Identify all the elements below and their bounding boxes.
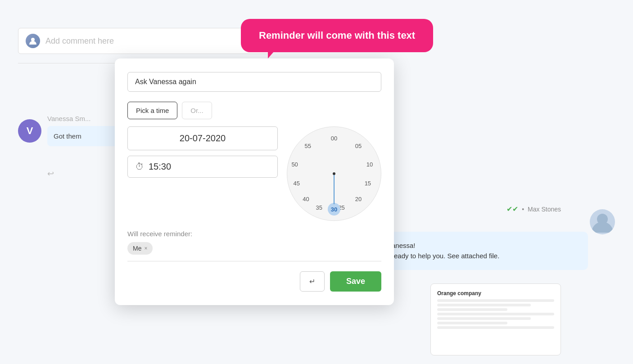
comment-bar[interactable]: Add comment here (18, 28, 270, 54)
clock-num-10: 10 (366, 161, 373, 168)
date-time-inputs: 20-07-2020 ⏱ 15:30 (127, 126, 278, 178)
doc-line-7 (437, 326, 554, 329)
svg-point-0 (31, 38, 35, 41)
vanessa-name: Vanessa Sm... (47, 115, 90, 122)
clock-num-20: 20 (355, 196, 362, 202)
recipient-tag-label: Me (133, 245, 141, 252)
reminder-dialog: Pick a time Or... 20-07-2020 ⏱ 15:30 00 … (115, 58, 394, 305)
doc-line-5 (437, 317, 531, 320)
clock-num-15: 15 (365, 180, 371, 186)
date-input[interactable]: 20-07-2020 (127, 126, 278, 150)
or-button[interactable]: Or... (182, 102, 212, 119)
recipient-row: Me × (127, 242, 381, 261)
doc-line-2 (437, 304, 531, 306)
time-input[interactable]: ⏱ 15:30 (127, 156, 278, 178)
right-user-avatar (590, 209, 615, 234)
clock-icon: ⏱ (135, 162, 144, 172)
clock-num-00: 00 (331, 135, 337, 141)
doc-line-3 (437, 308, 507, 311)
clock-num-35: 35 (316, 204, 322, 211)
back-button[interactable]: ↵ (300, 271, 325, 292)
clock-num-55: 55 (305, 142, 311, 149)
bullet: • (522, 206, 524, 213)
reply-icon: ↩ (47, 169, 54, 179)
vanessa-bubble: Got them (47, 126, 117, 146)
clock-num-45: 45 (294, 180, 300, 186)
clock-center-dot (333, 172, 335, 175)
clock-num-40: 40 (303, 196, 309, 202)
doc-title: Orange company (437, 290, 554, 297)
clock-hand-minute (334, 174, 335, 204)
save-button[interactable]: Save (330, 271, 381, 292)
clock-num-50: 50 (291, 161, 298, 168)
right-message-text: anessa!ready to help you. See attached f… (392, 242, 499, 260)
clock-num-30: 30 (328, 203, 340, 216)
date-time-clock-row: 20-07-2020 ⏱ 15:30 00 05 10 15 20 25 (127, 126, 381, 221)
pick-time-button[interactable]: Pick a time (127, 102, 177, 119)
vanessa-avatar: V (18, 119, 41, 143)
clock-widget[interactable]: 00 05 10 15 20 25 30 35 40 45 (287, 126, 381, 221)
comment-placeholder: Add comment here (45, 36, 114, 46)
right-message-bubble: anessa!ready to help you. See attached f… (381, 232, 588, 270)
recipient-tag-me: Me × (127, 242, 153, 255)
recipient-section: Will receive reminder: Me × (127, 230, 381, 261)
tooltip-bubble: Reminder will come with this text (241, 19, 433, 52)
doc-line-6 (437, 322, 507, 324)
user-avatar (26, 34, 40, 48)
doc-line-1 (437, 299, 554, 302)
dialog-footer: ↵ Save (127, 271, 381, 292)
clock-num-05: 05 (355, 142, 362, 149)
tooltip-text: Reminder will come with this text (259, 30, 415, 41)
double-check-icon: ✔✔ (506, 205, 518, 213)
recipient-label: Will receive reminder: (127, 230, 381, 238)
doc-line-4 (437, 313, 554, 315)
reminder-text-input[interactable] (127, 72, 381, 92)
document-preview: Orange company (430, 283, 561, 355)
read-receipt: ✔✔ • Max Stones (506, 205, 561, 213)
recipient-remove-button[interactable]: × (144, 245, 147, 252)
time-value: 15:30 (149, 162, 171, 172)
clock-face: 00 05 10 15 20 25 30 35 40 45 (287, 126, 381, 221)
time-selection-row: Pick a time Or... (127, 102, 381, 119)
sender-name: Max Stones (528, 206, 561, 213)
